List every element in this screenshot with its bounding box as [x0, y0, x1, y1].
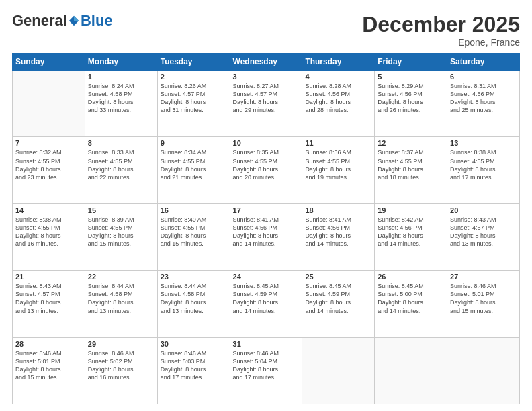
day-info: Sunrise: 8:29 AM Sunset: 4:56 PM Dayligh…	[378, 82, 444, 115]
col-wednesday: Wednesday	[230, 54, 302, 71]
table-row: 10Sunrise: 8:35 AM Sunset: 4:55 PM Dayli…	[230, 137, 302, 203]
table-row: 16Sunrise: 8:40 AM Sunset: 4:55 PM Dayli…	[157, 203, 230, 270]
day-number: 10	[233, 139, 300, 147]
day-number: 23	[161, 273, 227, 281]
table-row: 25Sunrise: 8:45 AM Sunset: 4:59 PM Dayli…	[302, 271, 375, 337]
day-info: Sunrise: 8:43 AM Sunset: 4:57 PM Dayligh…	[15, 282, 82, 315]
day-number: 20	[450, 206, 517, 214]
day-number: 28	[15, 340, 82, 348]
day-info: Sunrise: 8:33 AM Sunset: 4:55 PM Dayligh…	[88, 148, 154, 181]
day-number: 30	[161, 340, 227, 348]
table-row: 17Sunrise: 8:41 AM Sunset: 4:56 PM Dayli…	[230, 203, 302, 270]
logo-text: General Blue	[12, 12, 113, 30]
table-row	[447, 337, 520, 404]
day-info: Sunrise: 8:46 AM Sunset: 5:01 PM Dayligh…	[15, 349, 82, 382]
day-info: Sunrise: 8:40 AM Sunset: 4:55 PM Dayligh…	[161, 216, 227, 248]
table-row: 23Sunrise: 8:44 AM Sunset: 4:58 PM Dayli…	[157, 271, 230, 337]
day-number: 4	[305, 73, 371, 81]
location: Epone, France	[362, 37, 520, 48]
day-number: 2	[161, 73, 227, 81]
day-number: 27	[450, 273, 517, 281]
calendar: Sunday Monday Tuesday Wednesday Thursday…	[12, 53, 520, 404]
table-row: 8Sunrise: 8:33 AM Sunset: 4:55 PM Daylig…	[85, 137, 157, 203]
week-row-5: 28Sunrise: 8:46 AM Sunset: 5:01 PM Dayli…	[13, 337, 520, 404]
col-friday: Friday	[375, 54, 447, 71]
day-info: Sunrise: 8:26 AM Sunset: 4:57 PM Dayligh…	[161, 82, 227, 115]
table-row: 7Sunrise: 8:32 AM Sunset: 4:55 PM Daylig…	[13, 137, 85, 203]
day-info: Sunrise: 8:43 AM Sunset: 4:57 PM Dayligh…	[450, 216, 517, 248]
calendar-header-row: Sunday Monday Tuesday Wednesday Thursday…	[13, 54, 520, 71]
table-row: 27Sunrise: 8:46 AM Sunset: 5:01 PM Dayli…	[447, 271, 520, 337]
table-row: 14Sunrise: 8:38 AM Sunset: 4:55 PM Dayli…	[13, 203, 85, 270]
day-number: 21	[15, 273, 82, 281]
day-number: 31	[233, 340, 300, 348]
day-info: Sunrise: 8:31 AM Sunset: 4:56 PM Dayligh…	[450, 82, 517, 115]
day-number: 3	[233, 73, 300, 81]
table-row: 12Sunrise: 8:37 AM Sunset: 4:55 PM Dayli…	[375, 137, 447, 203]
day-number: 24	[233, 273, 300, 281]
day-info: Sunrise: 8:32 AM Sunset: 4:55 PM Dayligh…	[15, 148, 82, 181]
day-info: Sunrise: 8:41 AM Sunset: 4:56 PM Dayligh…	[305, 216, 371, 248]
table-row: 20Sunrise: 8:43 AM Sunset: 4:57 PM Dayli…	[447, 203, 520, 270]
month-title: December 2025	[362, 12, 520, 37]
col-saturday: Saturday	[447, 54, 520, 71]
day-info: Sunrise: 8:39 AM Sunset: 4:55 PM Dayligh…	[88, 216, 154, 248]
day-number: 15	[88, 206, 154, 214]
day-info: Sunrise: 8:45 AM Sunset: 4:59 PM Dayligh…	[233, 282, 300, 315]
week-row-1: 1Sunrise: 8:24 AM Sunset: 4:58 PM Daylig…	[13, 71, 520, 137]
table-row: 29Sunrise: 8:46 AM Sunset: 5:02 PM Dayli…	[85, 337, 157, 404]
day-info: Sunrise: 8:46 AM Sunset: 5:02 PM Dayligh…	[88, 349, 154, 382]
day-info: Sunrise: 8:38 AM Sunset: 4:55 PM Dayligh…	[450, 148, 517, 181]
day-info: Sunrise: 8:38 AM Sunset: 4:55 PM Dayligh…	[15, 216, 82, 248]
table-row: 2Sunrise: 8:26 AM Sunset: 4:57 PM Daylig…	[157, 71, 230, 137]
table-row: 21Sunrise: 8:43 AM Sunset: 4:57 PM Dayli…	[13, 271, 85, 337]
day-number: 29	[88, 340, 154, 348]
table-row: 9Sunrise: 8:34 AM Sunset: 4:55 PM Daylig…	[157, 137, 230, 203]
table-row: 1Sunrise: 8:24 AM Sunset: 4:58 PM Daylig…	[85, 71, 157, 137]
page: General Blue December 2025 Epone, France…	[0, 0, 532, 411]
day-number: 12	[378, 139, 444, 147]
col-sunday: Sunday	[13, 54, 85, 71]
table-row: 11Sunrise: 8:36 AM Sunset: 4:55 PM Dayli…	[302, 137, 375, 203]
table-row: 5Sunrise: 8:29 AM Sunset: 4:56 PM Daylig…	[375, 71, 447, 137]
title-area: December 2025 Epone, France	[362, 12, 520, 48]
logo: General Blue	[12, 12, 113, 30]
day-info: Sunrise: 8:35 AM Sunset: 4:55 PM Dayligh…	[233, 148, 300, 181]
day-number: 22	[88, 273, 154, 281]
table-row: 19Sunrise: 8:42 AM Sunset: 4:56 PM Dayli…	[375, 203, 447, 270]
day-info: Sunrise: 8:41 AM Sunset: 4:56 PM Dayligh…	[233, 216, 300, 248]
day-number: 26	[378, 273, 444, 281]
table-row: 22Sunrise: 8:44 AM Sunset: 4:58 PM Dayli…	[85, 271, 157, 337]
table-row: 26Sunrise: 8:45 AM Sunset: 5:00 PM Dayli…	[375, 271, 447, 337]
day-number: 16	[161, 206, 227, 214]
day-info: Sunrise: 8:44 AM Sunset: 4:58 PM Dayligh…	[88, 282, 154, 315]
col-monday: Monday	[85, 54, 157, 71]
day-info: Sunrise: 8:34 AM Sunset: 4:55 PM Dayligh…	[161, 148, 227, 181]
header: General Blue December 2025 Epone, France	[12, 12, 520, 48]
day-info: Sunrise: 8:42 AM Sunset: 4:56 PM Dayligh…	[378, 216, 444, 248]
table-row: 28Sunrise: 8:46 AM Sunset: 5:01 PM Dayli…	[13, 337, 85, 404]
day-info: Sunrise: 8:45 AM Sunset: 4:59 PM Dayligh…	[305, 282, 371, 315]
table-row: 31Sunrise: 8:46 AM Sunset: 5:04 PM Dayli…	[230, 337, 302, 404]
day-number: 25	[305, 273, 371, 281]
table-row: 24Sunrise: 8:45 AM Sunset: 4:59 PM Dayli…	[230, 271, 302, 337]
table-row: 13Sunrise: 8:38 AM Sunset: 4:55 PM Dayli…	[447, 137, 520, 203]
col-tuesday: Tuesday	[157, 54, 230, 71]
table-row: 30Sunrise: 8:46 AM Sunset: 5:03 PM Dayli…	[157, 337, 230, 404]
table-row: 15Sunrise: 8:39 AM Sunset: 4:55 PM Dayli…	[85, 203, 157, 270]
day-number: 11	[305, 139, 371, 147]
day-number: 14	[15, 206, 82, 214]
day-info: Sunrise: 8:27 AM Sunset: 4:57 PM Dayligh…	[233, 82, 300, 115]
day-info: Sunrise: 8:28 AM Sunset: 4:56 PM Dayligh…	[305, 82, 371, 115]
day-info: Sunrise: 8:45 AM Sunset: 5:00 PM Dayligh…	[378, 282, 444, 315]
day-number: 9	[161, 139, 227, 147]
week-row-2: 7Sunrise: 8:32 AM Sunset: 4:55 PM Daylig…	[13, 137, 520, 203]
col-thursday: Thursday	[302, 54, 375, 71]
day-info: Sunrise: 8:46 AM Sunset: 5:01 PM Dayligh…	[450, 282, 517, 315]
svg-marker-1	[74, 16, 79, 21]
day-info: Sunrise: 8:44 AM Sunset: 4:58 PM Dayligh…	[161, 282, 227, 315]
day-number: 8	[88, 139, 154, 147]
day-number: 5	[378, 73, 444, 81]
day-info: Sunrise: 8:36 AM Sunset: 4:55 PM Dayligh…	[305, 148, 371, 181]
day-number: 18	[305, 206, 371, 214]
